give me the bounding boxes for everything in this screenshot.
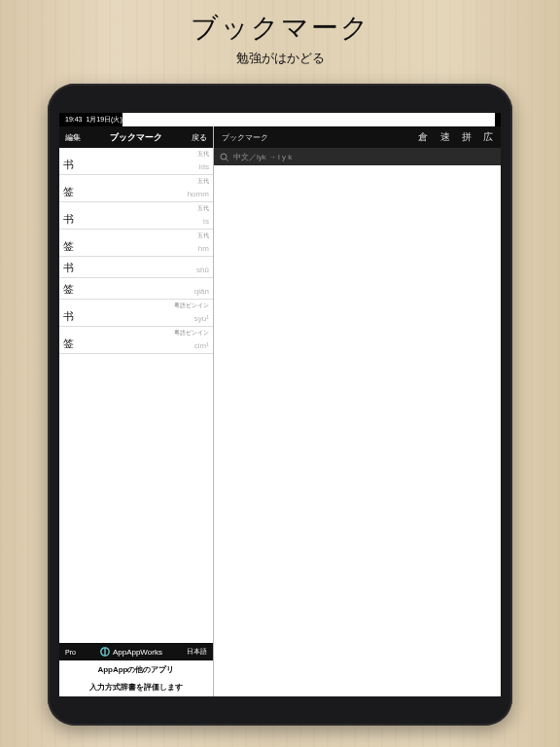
tab-quick[interactable]: 速 <box>440 131 450 142</box>
bookmark-meta: 五代is <box>197 205 209 227</box>
promo-other-apps[interactable]: AppAppの他のアプリ <box>59 660 213 678</box>
status-date: 1月19日(火) <box>86 116 122 123</box>
bookmark-char: 书 <box>63 212 74 227</box>
bookmark-tag: 五代 <box>197 232 209 238</box>
bookmark-reading: ids <box>199 162 209 171</box>
left-pane: 編集 ブックマーク 戻る 书五代ids签五代homm书五代is签五代hm书shū… <box>59 126 214 696</box>
tab-pinyin[interactable]: 拼 <box>462 131 472 142</box>
bookmark-meta: 粤語ピンインsyu¹ <box>174 302 209 324</box>
ime-tabs: 倉 速 拼 広 <box>408 130 493 144</box>
bookmark-reading: hm <box>198 244 209 253</box>
bookmark-meta: 五代ids <box>197 151 209 172</box>
brand-logo-icon <box>100 647 110 657</box>
bookmark-tag: 粤語ピンイン <box>174 302 209 308</box>
bookmark-char: 书 <box>63 309 74 324</box>
edit-button[interactable]: 編集 <box>65 132 81 143</box>
bookmark-meta: 五代hm <box>197 232 209 254</box>
svg-point-4 <box>221 154 227 160</box>
bookmark-char: 书 <box>63 158 74 172</box>
pro-button[interactable]: Pro <box>65 649 76 656</box>
language-button[interactable]: 日本語 <box>187 647 207 657</box>
bookmark-char: 签 <box>63 337 74 351</box>
right-back-button[interactable]: ブックマーク <box>222 132 268 143</box>
bookmark-tag: 五代 <box>197 205 209 211</box>
bookmark-row[interactable]: 签五代hm <box>59 230 213 257</box>
bookmark-tag: 五代 <box>188 178 209 184</box>
left-nav-bar: 編集 ブックマーク 戻る <box>59 126 213 148</box>
status-bar: 19:43 1月19日(火) 100% <box>59 113 501 126</box>
bookmark-reading: homm <box>188 190 209 198</box>
bookmark-tag: 粤語ピンイン <box>174 330 209 336</box>
bookmark-reading: is <box>203 217 209 226</box>
tab-cangjie[interactable]: 倉 <box>418 131 428 142</box>
bookmark-list: 书五代ids签五代homm书五代is签五代hm书shū签qiān书粤語ピンインs… <box>59 148 213 354</box>
right-nav-bar: ブックマーク 倉 速 拼 広 <box>214 126 501 148</box>
screen: 19:43 1月19日(火) 100% 編集 ブックマーク 戻る 书五代ids签… <box>59 113 501 696</box>
bookmark-char: 书 <box>63 261 74 275</box>
bookmark-reading: qiān <box>194 287 209 296</box>
bookmark-row[interactable]: 签qiān <box>59 278 213 300</box>
bookmark-char: 签 <box>63 239 74 254</box>
bookmark-reading: shū <box>196 266 209 274</box>
search-bar[interactable]: 中文／lyk → l y k <box>214 148 501 165</box>
tablet-frame: 19:43 1月19日(火) 100% 編集 ブックマーク 戻る 书五代ids签… <box>48 84 512 726</box>
bookmark-tag: 五代 <box>197 151 209 157</box>
bookmark-row[interactable]: 书粤語ピンインsyu¹ <box>59 300 213 327</box>
bookmark-reading: cim¹ <box>194 341 209 350</box>
back-button[interactable]: 戻る <box>192 132 207 143</box>
bookmark-row[interactable]: 签粤語ピンインcim¹ <box>59 327 213 354</box>
promo-title: ブックマーク <box>0 10 560 47</box>
bookmark-meta: shū <box>196 260 209 275</box>
brand[interactable]: AppAppWorks <box>100 647 162 657</box>
bookmark-meta: 粤語ピンインcim¹ <box>174 330 209 351</box>
bookmark-char: 签 <box>63 282 74 297</box>
bookmark-reading: syu¹ <box>194 314 209 323</box>
bookmark-meta: qiān <box>194 281 209 297</box>
bookmark-char: 签 <box>63 185 74 199</box>
left-title: ブックマーク <box>110 131 162 144</box>
search-icon <box>220 153 228 161</box>
right-pane: ブックマーク 倉 速 拼 広 中文／lyk → l y k <box>214 126 501 696</box>
tab-canton[interactable]: 広 <box>483 131 493 142</box>
bookmark-row[interactable]: 书五代ids <box>59 148 213 175</box>
svg-line-5 <box>226 159 228 160</box>
bookmark-row[interactable]: 签五代homm <box>59 175 213 202</box>
right-body <box>214 165 501 696</box>
promo-caption: ブックマーク 勉強がはかどる <box>0 0 560 67</box>
promo-rate[interactable]: 入力方式辞書を評価します <box>59 678 213 696</box>
status-time: 19:43 <box>65 116 83 123</box>
search-placeholder: 中文／lyk → l y k <box>233 152 292 162</box>
bookmark-meta: 五代homm <box>188 178 209 199</box>
left-bottom-bar: Pro AppAppWorks 日本語 <box>59 643 213 660</box>
bookmark-row[interactable]: 书shū <box>59 257 213 278</box>
battery-percent: 100% <box>299 117 317 124</box>
promo-subtitle: 勉強がはかどる <box>0 50 560 67</box>
bookmark-row[interactable]: 书五代is <box>59 202 213 230</box>
